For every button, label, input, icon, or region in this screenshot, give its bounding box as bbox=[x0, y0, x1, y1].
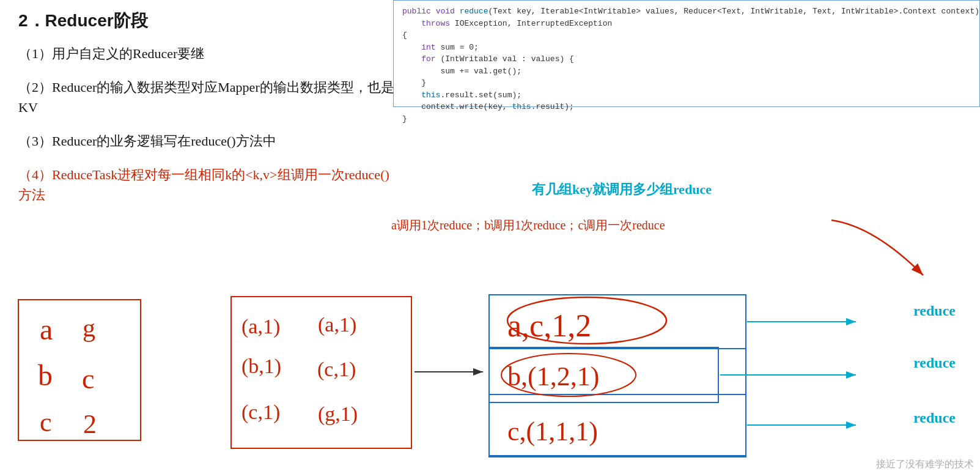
code-line-2: throws IOException, InterruptedException bbox=[402, 18, 971, 30]
svg-text:g: g bbox=[83, 314, 95, 342]
svg-rect-1 bbox=[18, 300, 141, 440]
svg-text:a,c,1,2: a,c,1,2 bbox=[507, 308, 591, 343]
svg-text:(c,1): (c,1) bbox=[241, 401, 280, 424]
item-3: （3）Reducer的业务逻辑写在reduce()方法中 bbox=[18, 131, 397, 151]
annotation-abc-reduce: a调用1次reduce；b调用1次reduce；c调用一次reduce bbox=[391, 217, 665, 234]
svg-text:b,(1,2,1): b,(1,2,1) bbox=[507, 361, 599, 391]
svg-text:2: 2 bbox=[83, 409, 97, 439]
item-4: （4）ReduceTask进程对每一组相同k的<k,v>组调用一次reduce(… bbox=[18, 165, 397, 205]
svg-text:c: c bbox=[82, 363, 94, 394]
svg-text:a: a bbox=[40, 313, 53, 346]
svg-text:(c,1): (c,1) bbox=[317, 358, 356, 381]
svg-text:(g,1): (g,1) bbox=[318, 402, 358, 426]
code-line-4: int sum = 0; bbox=[402, 42, 971, 54]
code-line-7: } bbox=[402, 77, 971, 89]
item-1: （1）用户自定义的Reducer要继 bbox=[18, 43, 397, 64]
code-line-8: this.result.set(sum); bbox=[402, 89, 971, 102]
svg-text:c: c bbox=[40, 407, 52, 437]
item-2: （2）Reducer的输入数据类型对应Mapper的输出数据类型，也是KV bbox=[18, 77, 397, 117]
red-arrow-svg bbox=[825, 214, 948, 294]
code-line-3: { bbox=[402, 29, 971, 42]
annotation-key-groups: 有几组key就调用多少组reduce bbox=[532, 180, 712, 199]
main-content: 2．Reducer阶段 （1）用户自定义的Reducer要继 （2）Reduce… bbox=[18, 9, 397, 216]
code-line-9: context.write(key, this.result); bbox=[402, 101, 971, 113]
svg-text:(a,1): (a,1) bbox=[241, 315, 280, 338]
svg-text:(b,1): (b,1) bbox=[241, 355, 281, 378]
svg-text:c,(1,1,1): c,(1,1,1) bbox=[507, 417, 598, 446]
svg-text:(a,1): (a,1) bbox=[318, 313, 356, 336]
section-title: 2．Reducer阶段 bbox=[18, 9, 397, 32]
diagrams-svg: a g b c c 2 (a,1) (a,1) (b,1) (c,1) (c,1… bbox=[0, 294, 980, 474]
page: public void reduce(Text key, Iterable<In… bbox=[0, 0, 980, 474]
code-line-10: } bbox=[402, 113, 971, 125]
svg-text:b: b bbox=[38, 359, 53, 391]
code-line-5: for (IntWritable val : values) { bbox=[402, 53, 971, 65]
code-block: public void reduce(Text key, Iterable<In… bbox=[393, 0, 980, 107]
code-line-1: public void reduce(Text key, Iterable<In… bbox=[402, 6, 971, 18]
code-line-6: sum += val.get(); bbox=[402, 65, 971, 78]
watermark: 接近了没有难学的技术 bbox=[876, 458, 974, 471]
